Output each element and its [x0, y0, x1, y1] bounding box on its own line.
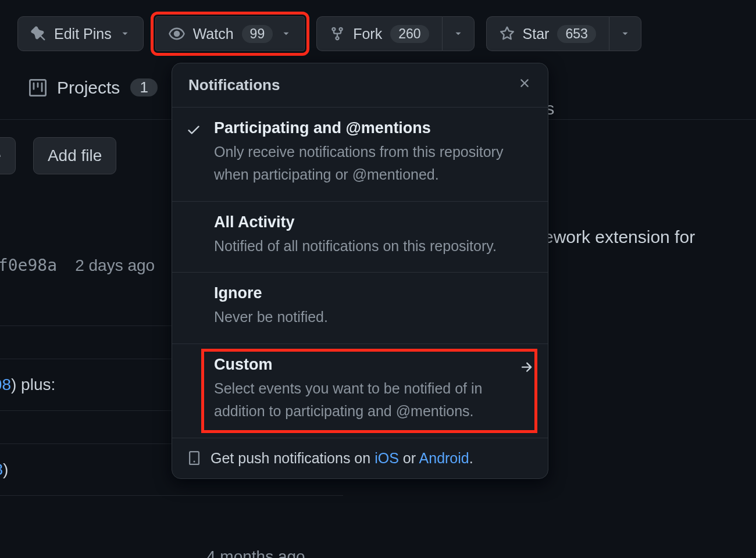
notification-option-custom[interactable]: Custom Select events you want to be noti… — [172, 344, 548, 438]
option-title: Participating and @mentions — [214, 119, 534, 137]
notification-option-ignore[interactable]: Ignore Never be notified. — [172, 272, 548, 344]
table-row — [0, 495, 343, 528]
popover-footer: Get push notifications on iOS or Android… — [172, 438, 548, 478]
option-title: Ignore — [214, 284, 534, 302]
latest-commit-row: 0f0e98a 2 days ago — [0, 256, 155, 275]
text-fragment: or — [399, 450, 419, 466]
caret-down-icon — [620, 26, 630, 42]
repo-action-toolbar: Edit Pins Watch 99 Fork 260 — [0, 0, 756, 67]
commit-time: 2 days ago — [75, 256, 155, 274]
star-count: 653 — [557, 25, 595, 43]
star-button-group: Star 653 — [486, 16, 641, 51]
fork-button-group: Fork 260 — [316, 16, 474, 51]
caret-down-icon — [453, 26, 463, 42]
option-title: All Activity — [214, 213, 534, 231]
go-to-file-button[interactable]: to file — [0, 137, 16, 174]
popover-title: Notifications — [188, 76, 280, 94]
watch-label: Watch — [193, 26, 234, 42]
star-label: Star — [523, 26, 550, 42]
option-desc: Select events you want to be notified of… — [214, 377, 511, 423]
text-fragment: ) — [3, 460, 8, 478]
fork-dropdown-button[interactable] — [442, 16, 475, 51]
option-desc: Never be notified. — [214, 306, 534, 328]
text-fragment: Get push notifications on — [211, 450, 375, 466]
pin-icon — [31, 26, 46, 41]
fork-count: 260 — [390, 25, 429, 43]
star-dropdown-button[interactable] — [609, 16, 641, 51]
watch-button[interactable]: Watch 99 — [155, 16, 305, 51]
time-fragment: 4 months ago — [206, 548, 305, 558]
close-button[interactable] — [518, 76, 532, 94]
check-placeholder — [186, 356, 206, 423]
eye-icon — [169, 26, 185, 42]
add-file-button[interactable]: Add file — [33, 137, 116, 174]
commit-sha[interactable]: 0f0e98a — [0, 256, 57, 275]
popover-header: Notifications — [172, 63, 548, 107]
project-icon — [29, 79, 47, 96]
caret-down-icon — [281, 26, 291, 42]
caret-down-icon — [120, 26, 130, 42]
star-icon — [500, 26, 515, 41]
fork-icon — [330, 26, 345, 41]
star-button[interactable]: Star 653 — [486, 16, 609, 51]
text-fragment: ) plus: — [11, 375, 55, 394]
mobile-icon — [187, 451, 201, 465]
text-fragment: . — [469, 450, 473, 466]
check-placeholder — [186, 213, 206, 257]
close-icon — [518, 76, 532, 90]
fork-label: Fork — [353, 26, 382, 42]
fork-button[interactable]: Fork 260 — [316, 16, 441, 51]
edit-pins-button[interactable]: Edit Pins — [17, 16, 144, 51]
edit-pins-label: Edit Pins — [54, 26, 112, 42]
option-title: Custom — [214, 356, 511, 374]
ios-link[interactable]: iOS — [375, 450, 399, 466]
projects-tab-label[interactable]: Projects — [57, 78, 120, 98]
issue-link[interactable]: #408 — [0, 375, 11, 394]
watch-count: 99 — [242, 25, 273, 43]
footer-text: Get push notifications on iOS or Android… — [211, 450, 473, 467]
check-icon — [186, 119, 206, 186]
projects-count: 1 — [130, 78, 157, 96]
option-desc: Notified of all notifications on this re… — [214, 235, 534, 257]
notifications-popover: Notifications Participating and @mention… — [172, 63, 548, 479]
android-link[interactable]: Android — [419, 450, 469, 466]
repo-description-fragment: ework extension for — [544, 224, 695, 250]
notification-option-all-activity[interactable]: All Activity Notified of all notificatio… — [172, 201, 548, 273]
option-desc: Only receive notifications from this rep… — [214, 141, 534, 186]
arrow-right-icon — [519, 356, 534, 423]
check-placeholder — [186, 284, 206, 328]
notification-option-participating[interactable]: Participating and @mentions Only receive… — [172, 107, 548, 201]
